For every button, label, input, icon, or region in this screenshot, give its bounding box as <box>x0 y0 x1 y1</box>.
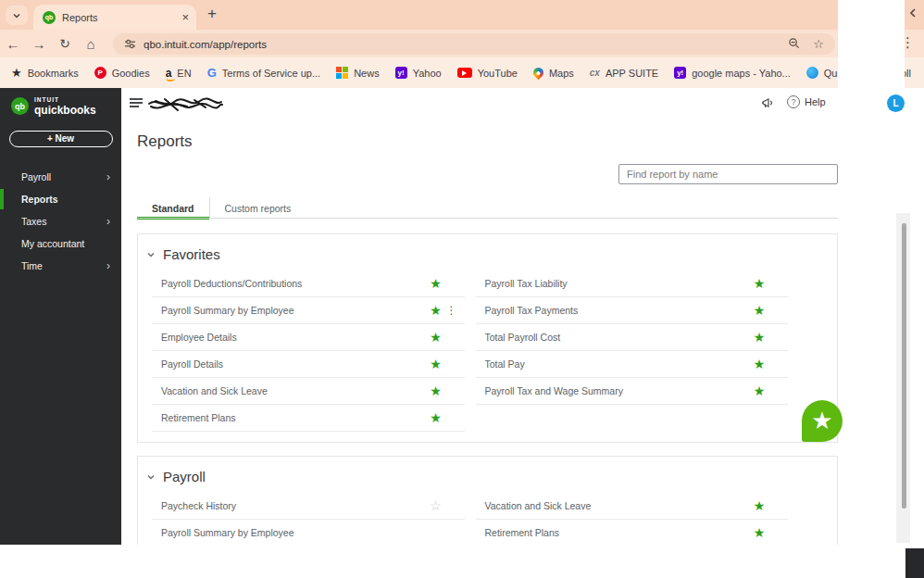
section-header[interactable]: Favorites <box>138 234 837 270</box>
report-link[interactable]: Retirement Plans <box>485 527 752 538</box>
report-link[interactable]: Payroll Summary by Employee <box>161 305 428 316</box>
report-link[interactable]: Payroll Deductions/Contributions <box>161 278 428 289</box>
star-icon: ★ <box>11 67 22 79</box>
favorite-star-filled-icon[interactable]: ★ <box>751 358 768 371</box>
back-button[interactable]: ← <box>0 36 26 52</box>
sidebar-item-taxes[interactable]: Taxes › <box>0 210 121 232</box>
maps-pin-icon <box>531 66 546 81</box>
tab-label: Custom reports <box>225 203 292 214</box>
favorite-star-filled-icon[interactable]: ★ <box>751 499 768 512</box>
favorite-star-filled-icon[interactable]: ★ <box>428 384 444 397</box>
report-link[interactable]: Paycheck History <box>161 500 428 511</box>
report-link[interactable]: Payroll Tax Liability <box>485 278 752 289</box>
bookmark-item-terms[interactable]: G Terms of Service up... <box>207 67 321 79</box>
favorite-star-filled-icon[interactable]: ★ <box>428 358 444 371</box>
zoom-out-icon[interactable] <box>788 37 800 51</box>
report-link[interactable]: Total Payroll Cost <box>485 332 752 343</box>
url-text[interactable]: qbo.intuit.com/app/reports <box>144 39 775 50</box>
help-button[interactable]: ? Help <box>787 95 826 108</box>
report-link[interactable]: Payroll Details <box>161 358 428 370</box>
bottom-corner-block <box>905 548 924 578</box>
home-button[interactable]: ⌂ <box>78 36 104 52</box>
report-row: Total Pay★ <box>476 351 789 378</box>
report-row: Payroll Summary by Employee <box>152 520 465 545</box>
favorite-star-filled-icon[interactable]: ★ <box>751 526 768 539</box>
favorite-star-filled-icon[interactable]: ★ <box>751 304 768 317</box>
report-row: Paycheck History☆ <box>152 493 465 520</box>
report-row: Payroll Tax Liability★ <box>476 270 789 297</box>
sidebar-item-label: Time <box>21 260 43 271</box>
address-bar[interactable]: qbo.intuit.com/app/reports ☆ <box>113 33 835 55</box>
google-icon: G <box>207 67 217 79</box>
chevron-right-icon: › <box>106 215 110 228</box>
report-tabs: Standard Custom reports <box>137 197 306 219</box>
row-menu-icon[interactable]: ⋮ <box>444 304 459 317</box>
report-link[interactable]: Total Pay <box>485 358 752 370</box>
appsuite-icon: cx <box>590 68 600 78</box>
report-link[interactable]: Payroll Summary by Employee <box>161 527 428 538</box>
report-row: Employee Details★ <box>152 324 465 351</box>
tab-close-icon[interactable]: × <box>181 11 189 23</box>
bookmark-item-en[interactable]: a EN <box>166 68 192 79</box>
bookmark-item-yahoo[interactable]: y! Yahoo <box>395 67 442 79</box>
quickbooks-logo-icon: qb <box>11 97 29 115</box>
tab-search-button[interactable] <box>6 6 28 25</box>
favorite-star-filled-icon[interactable]: ★ <box>428 304 444 317</box>
sidebar-item-my-accountant[interactable]: My accountant <box>0 232 121 255</box>
hamburger-menu-icon[interactable] <box>130 98 143 108</box>
browser-tab-strip: qb Reports × + <box>0 0 924 30</box>
report-link[interactable]: Vacation and Sick Leave <box>161 385 428 396</box>
bookmark-item-news[interactable]: News <box>336 67 380 79</box>
section-header[interactable]: Payroll <box>138 457 837 493</box>
tab-custom-reports[interactable]: Custom reports <box>210 197 306 219</box>
favorite-star-filled-icon[interactable]: ★ <box>428 277 444 290</box>
report-row: Payroll Details★ <box>152 351 465 378</box>
new-tab-button[interactable]: + <box>207 5 217 23</box>
favorite-star-filled-icon[interactable]: ★ <box>751 384 768 397</box>
forward-button[interactable]: → <box>26 36 52 52</box>
user-avatar[interactable]: L <box>887 94 905 112</box>
report-link[interactable]: Vacation and Sick Leave <box>485 500 752 511</box>
megaphone-icon[interactable] <box>761 96 776 110</box>
sidebar-item-time[interactable]: Time › <box>0 255 121 277</box>
tab-standard[interactable]: Standard <box>137 197 209 219</box>
bookmark-label: Terms of Service up... <box>222 68 320 79</box>
bookmark-label: News <box>354 68 380 79</box>
browser-tab-reports[interactable]: qb Reports × <box>33 5 196 30</box>
tune-icon <box>124 38 136 50</box>
favorite-star-fab[interactable]: ★ <box>802 400 843 442</box>
bookmark-star-icon[interactable]: ☆ <box>813 38 824 50</box>
report-link[interactable]: Retirement Plans <box>161 412 428 423</box>
bookmark-item-bookmarks[interactable]: ★ Bookmarks <box>11 67 79 79</box>
report-link[interactable]: Employee Details <box>161 332 428 343</box>
side-panel-collapse-icon[interactable] <box>907 6 918 23</box>
sidebar-item-payroll[interactable]: Payroll › <box>0 166 121 188</box>
browser-toolbar: ← → ↻ ⌂ qbo.intuit.com/app/reports ☆ ⋮ <box>0 30 924 57</box>
report-link[interactable]: Payroll Tax and Wage Summary <box>485 385 752 396</box>
report-column-left: Paycheck History☆Payroll Summary by Empl… <box>152 493 465 545</box>
favorite-star-filled-icon[interactable]: ★ <box>751 277 768 290</box>
section-favorites: Favorites Payroll Deductions/Contributio… <box>137 233 838 443</box>
favorite-star-filled-icon[interactable]: ★ <box>428 411 444 424</box>
bookmark-item-goodies[interactable]: P Goodies <box>94 67 150 79</box>
quickbooks-logo[interactable]: qb INTUIT quickbooks <box>0 88 121 116</box>
scrollbar-thumb[interactable] <box>902 223 906 509</box>
bookmark-label: Yahoo <box>413 68 442 79</box>
screenshot-root: qb Reports × + ← → ↻ ⌂ qbo.intui <box>0 0 924 578</box>
report-search-input[interactable] <box>618 164 838 184</box>
bookmark-item-appsuite[interactable]: cx APP SUITE <box>590 68 658 79</box>
bookmark-item-youtube[interactable]: YouTube <box>457 68 518 79</box>
reload-button[interactable]: ↻ <box>52 36 78 51</box>
favorite-star-filled-icon[interactable]: ★ <box>428 331 444 344</box>
sidebar-item-reports[interactable]: Reports <box>0 188 121 210</box>
report-link[interactable]: Payroll Tax Payments <box>485 305 752 316</box>
youtube-icon <box>457 68 472 78</box>
favorite-star-outline-icon[interactable]: ☆ <box>428 499 444 512</box>
new-button-label: + New <box>47 133 74 144</box>
redacted-company-name-scribble <box>146 92 224 118</box>
bookmark-item-maps[interactable]: Maps <box>533 68 574 79</box>
redaction-block <box>838 0 905 90</box>
new-button[interactable]: + New <box>9 131 113 147</box>
bookmark-item-googlemaps-yahoo[interactable]: y! google maps - Yaho... <box>674 67 791 79</box>
favorite-star-filled-icon[interactable]: ★ <box>751 331 768 344</box>
